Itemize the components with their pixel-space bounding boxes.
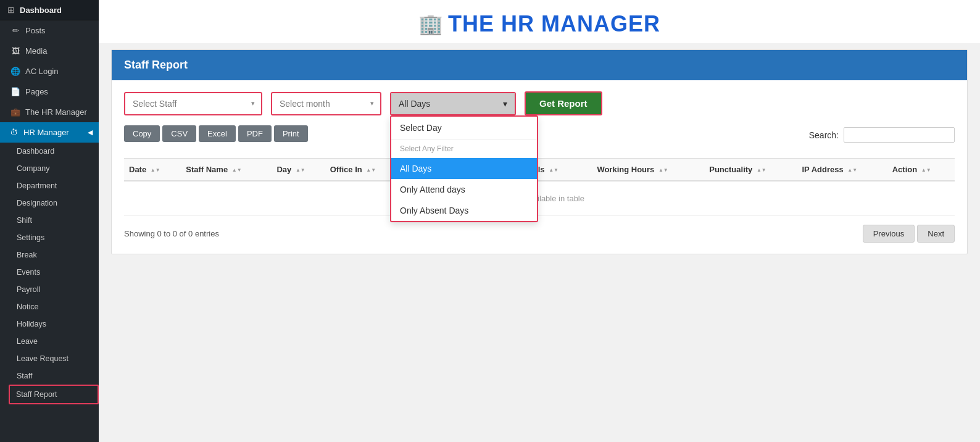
col-action[interactable]: Action ▲▼	[887, 159, 955, 181]
sidebar-item-sub-break[interactable]: Break	[9, 246, 99, 264]
dropdown-item-only-attend[interactable]: Only Attend days	[391, 179, 537, 200]
sidebar-item-media[interactable]: 🖼 Media	[0, 41, 99, 61]
sort-arrows-date: ▲▼	[151, 167, 160, 173]
card-header: Staff Report	[112, 50, 967, 80]
sidebar-item-label: AC Login	[25, 67, 58, 76]
dropdown-item-only-absent[interactable]: Only Absent Days	[391, 200, 537, 221]
days-arrow-icon: ▾	[503, 99, 507, 109]
sub-holidays-label: Holidays	[17, 320, 46, 328]
table-header: Date ▲▼ Staff Name ▲▼ Day ▲▼ Office In	[124, 159, 955, 181]
dropdown-subheader: Select Any Filter	[391, 140, 537, 158]
pdf-button[interactable]: PDF	[238, 125, 272, 142]
sidebar-item-sub-settings[interactable]: Settings	[9, 229, 99, 246]
sidebar-item-label: Media	[25, 46, 47, 56]
sidebar-item-label: The HR Manager	[25, 107, 87, 117]
sort-arrows-action: ▲▼	[921, 167, 931, 173]
search-label: Search:	[809, 130, 839, 140]
content-card: Staff Report Select Staff ▾ Select month	[111, 49, 968, 254]
sidebar-item-label: Posts	[25, 26, 46, 35]
sub-settings-label: Settings	[17, 233, 44, 242]
previous-button[interactable]: Previous	[863, 225, 915, 243]
sub-department-label: Department	[17, 181, 57, 190]
sidebar-item-hr-manager[interactable]: ⏱ HR Manager ◀	[0, 122, 99, 143]
sidebar-item-sub-designation[interactable]: Designation	[9, 194, 99, 212]
days-trigger-button[interactable]: All Days ▾	[391, 93, 515, 114]
sort-arrows-workhours: ▲▼	[658, 167, 668, 173]
print-button[interactable]: Print	[274, 125, 308, 142]
sub-staff-report-label: Staff Report	[16, 390, 57, 399]
pagination-buttons: Previous Next	[863, 225, 955, 243]
sidebar-item-sub-holidays[interactable]: Holidays	[9, 315, 99, 333]
table-empty-row: No data available in table	[124, 181, 955, 216]
sidebar: ⊞ Dashboard ✏ Posts 🖼 Media 🌐 AC Login 📄…	[0, 0, 99, 442]
dropdown-header-item[interactable]: Select Day	[391, 117, 537, 140]
empty-message: No data available in table	[124, 181, 955, 216]
sub-company-label: Company	[17, 164, 50, 173]
col-ip-address[interactable]: IP Address ▲▼	[797, 159, 887, 181]
sub-designation-label: Designation	[17, 199, 57, 207]
sub-staff-label: Staff	[17, 372, 32, 380]
sidebar-item-the-hr-manager[interactable]: 💼 The HR Manager	[0, 102, 99, 122]
dashboard-icon: ⊞	[7, 5, 15, 15]
pagination-row: Showing 0 to 0 of 0 entries Previous Nex…	[124, 225, 955, 243]
sub-leave-label: Leave	[17, 337, 38, 346]
sort-arrows-punct: ▲▼	[757, 167, 766, 173]
select-month[interactable]: Select month	[272, 93, 380, 114]
sidebar-header[interactable]: ⊞ Dashboard	[0, 0, 99, 20]
hr-manager-nav-icon: 💼	[10, 107, 20, 117]
filters-row: Select Staff ▾ Select month ▾ All Days ▾	[124, 91, 955, 115]
page-title: 🏢 THE HR MANAGER	[111, 11, 968, 37]
building-icon: 🏢	[418, 12, 443, 36]
col-punctuality[interactable]: Punctuality ▲▼	[704, 159, 797, 181]
days-selected-label: All Days	[399, 99, 430, 109]
card-title: Staff Report	[124, 59, 188, 71]
sidebar-item-sub-company[interactable]: Company	[9, 160, 99, 177]
sidebar-item-posts[interactable]: ✏ Posts	[0, 20, 99, 41]
card-body: Select Staff ▾ Select month ▾ All Days ▾	[112, 80, 967, 254]
csv-button[interactable]: CSV	[162, 125, 196, 142]
sidebar-item-sub-shift[interactable]: Shift	[9, 212, 99, 229]
col-staff-name[interactable]: Staff Name ▲▼	[181, 159, 272, 181]
sub-notice-label: Notice	[17, 302, 38, 311]
sub-leave-request-label: Leave Request	[17, 354, 69, 363]
sidebar-item-sub-staff[interactable]: Staff	[9, 367, 99, 385]
chevron-right-icon: ◀	[88, 128, 93, 136]
app-title: THE HR MANAGER	[448, 11, 660, 37]
showing-entries-text: Showing 0 to 0 of 0 entries	[124, 229, 219, 238]
hr-manager-icon: ⏱	[9, 128, 19, 137]
copy-button[interactable]: Copy	[124, 125, 160, 142]
sidebar-item-sub-department[interactable]: Department	[9, 177, 99, 194]
sidebar-item-sub-notice[interactable]: Notice	[9, 298, 99, 315]
sidebar-item-sub-events[interactable]: Events	[9, 264, 99, 281]
ac-login-icon: 🌐	[10, 67, 20, 76]
get-report-button[interactable]: Get Report	[525, 91, 602, 115]
sub-break-label: Break	[17, 251, 37, 259]
days-dropdown[interactable]: All Days ▾ Select Day Select Any Filter …	[390, 92, 516, 115]
sidebar-item-sub-dashboard[interactable]: Dashboard	[9, 143, 99, 160]
search-row: Search:	[809, 127, 955, 143]
sidebar-item-pages[interactable]: 📄 Pages	[0, 81, 99, 102]
action-buttons: Copy CSV Excel PDF Print	[124, 125, 308, 142]
dropdown-item-all-days[interactable]: All Days	[391, 158, 537, 179]
sort-arrows-day: ▲▼	[296, 167, 305, 173]
main-content: 🏢 THE HR MANAGER Staff Report Select Sta…	[99, 0, 980, 442]
next-button[interactable]: Next	[917, 225, 955, 243]
sidebar-item-sub-leave-request[interactable]: Leave Request	[9, 350, 99, 367]
sidebar-header-label: Dashboard	[20, 6, 62, 15]
sidebar-item-sub-leave[interactable]: Leave	[9, 333, 99, 350]
sort-arrows-break: ▲▼	[549, 167, 559, 173]
select-month-wrapper: Select month ▾	[271, 92, 381, 115]
pages-icon: 📄	[10, 87, 20, 96]
select-staff[interactable]: Select Staff	[125, 93, 261, 114]
page-header: 🏢 THE HR MANAGER	[99, 0, 980, 43]
excel-button[interactable]: Excel	[199, 125, 236, 142]
sidebar-item-sub-payroll[interactable]: Payroll	[9, 281, 99, 298]
sidebar-item-ac-login[interactable]: 🌐 AC Login	[0, 61, 99, 81]
col-day[interactable]: Day ▲▼	[272, 159, 325, 181]
col-date[interactable]: Date ▲▼	[124, 159, 181, 181]
search-input[interactable]	[844, 127, 955, 143]
col-working-hours[interactable]: Working Hours ▲▼	[592, 159, 704, 181]
sidebar-item-label: HR Manager	[23, 128, 69, 137]
table-body: No data available in table	[124, 181, 955, 216]
sidebar-item-sub-staff-report[interactable]: Staff Report	[9, 385, 99, 404]
